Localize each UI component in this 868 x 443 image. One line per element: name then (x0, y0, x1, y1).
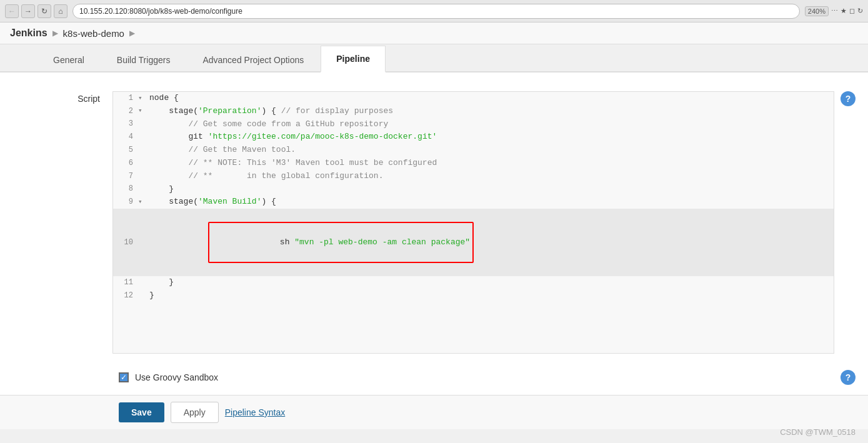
groovy-sandbox-help-icon[interactable]: ? (834, 370, 856, 385)
bookmark-star[interactable]: ★ (841, 7, 847, 15)
line-num-4: 4 (113, 131, 138, 143)
groovy-sandbox-checkbox[interactable]: ✓ (119, 372, 129, 382)
groovy-sandbox-section: ✓ Use Groovy Sandbox ? (0, 360, 868, 395)
tab-general[interactable]: General (37, 47, 100, 72)
tab-pipeline[interactable]: Pipeline (321, 46, 386, 72)
line-code-1: node { (148, 92, 834, 105)
line-code-6: // ** NOTE: This 'M3' Maven tool must be… (148, 157, 834, 170)
script-section: Script 1 ▾ node { 2 ▾ stage('Preparation… (0, 85, 868, 360)
checkbox-checkmark: ✓ (121, 373, 127, 382)
pipeline-syntax-link[interactable]: Pipeline Syntax (225, 407, 286, 417)
code-line-12: 12 } (113, 289, 834, 302)
line-arrow-2: ▾ (138, 106, 148, 117)
line-code-9: stage('Maven Build') { (148, 196, 834, 209)
code-line-9: 9 ▾ stage('Maven Build') { (113, 196, 834, 209)
code-line-6: 6 // ** NOTE: This 'M3' Maven tool must … (113, 157, 834, 170)
line-num-12: 12 (113, 290, 138, 302)
line-num-5: 5 (113, 144, 138, 156)
apply-button[interactable]: Apply (171, 402, 219, 423)
breadcrumb-sep-2: ▶ (129, 29, 135, 37)
highlighted-code-box: sh "mvn -pl web-demo -am clean package" (208, 222, 474, 263)
line-num-1: 1 (113, 92, 138, 104)
tabs-container: General Build Triggers Advanced Project … (0, 44, 868, 72)
code-line-2: 2 ▾ stage('Preparation') { // for displa… (113, 105, 834, 118)
bottom-bar: Save Apply Pipeline Syntax (0, 395, 868, 429)
code-line-7: 7 // ** in the global configuration. (113, 170, 834, 183)
main-content: Script 1 ▾ node { 2 ▾ stage('Preparation… (0, 72, 868, 429)
line-code-11: } (148, 276, 834, 289)
groovy-sandbox-label: Use Groovy Sandbox (135, 372, 218, 382)
line-code-8: } (148, 183, 834, 196)
back-button[interactable]: ← (5, 4, 19, 18)
address-bar[interactable]: 10.155.20.120:8080/job/k8s-web-demo/conf… (72, 4, 800, 19)
line-code-7: // ** in the global configuration. (148, 170, 834, 183)
more-button[interactable]: ⋯ (831, 7, 838, 15)
editor-outer: 1 ▾ node { 2 ▾ stage('Preparation') { //… (112, 91, 856, 354)
browser-nav-buttons: ← → ↻ ⌂ (5, 4, 67, 18)
save-button[interactable]: Save (119, 402, 164, 422)
code-line-5: 5 // Get the Maven tool. (113, 144, 834, 157)
line-code-3: // Get some code from a GitHub repositor… (148, 118, 834, 131)
code-line-4: 4 git 'https://gitee.com/pa/mooc-k8s-dem… (113, 131, 834, 144)
code-editor[interactable]: 1 ▾ node { 2 ▾ stage('Preparation') { //… (112, 91, 834, 354)
line-arrow-1: ▾ (138, 93, 148, 104)
line-code-4: git 'https://gitee.com/pa/mooc-k8s-demo-… (148, 131, 834, 144)
line-code-10: sh "mvn -pl web-demo -am clean package" (148, 209, 834, 276)
back-history[interactable]: ↻ (857, 7, 863, 15)
line-num-6: 6 (113, 157, 138, 169)
code-line-11: 11 } (113, 276, 834, 289)
line-num-11: 11 (113, 277, 138, 289)
refresh-button[interactable]: ↻ (37, 4, 51, 18)
url-text: 10.155.20.120:8080/job/k8s-web-demo/conf… (79, 7, 242, 16)
browser-chrome: ← → ↻ ⌂ 10.155.20.120:8080/job/k8s-web-d… (0, 0, 868, 22)
line-num-8: 8 (113, 183, 138, 195)
line-num-2: 2 (113, 106, 138, 117)
line-num-9: 9 (113, 196, 138, 208)
script-label: Script (12, 91, 112, 104)
code-line-3: 3 // Get some code from a GitHub reposit… (113, 118, 834, 131)
code-line-8: 8 } (113, 183, 834, 196)
jenkins-logo[interactable]: Jenkins (10, 27, 47, 39)
script-help-icon[interactable]: ? (841, 91, 856, 106)
line-num-7: 7 (113, 171, 138, 182)
line-arrow-9: ▾ (138, 197, 148, 208)
breadcrumb-project[interactable]: k8s-web-demo (63, 28, 124, 39)
tab-build-triggers[interactable]: Build Triggers (101, 47, 186, 72)
sidebar-button[interactable]: ◻ (849, 7, 855, 15)
browser-actions: 240% ⋯ ★ ◻ ↻ (805, 6, 863, 16)
line-num-3: 3 (113, 118, 138, 130)
forward-button[interactable]: → (21, 4, 35, 18)
zoom-level: 240% (805, 6, 829, 16)
watermark: CSDN @TWM_0518 (780, 427, 856, 429)
line-num-10: 10 (113, 237, 138, 249)
code-line-10: 10 sh "mvn -pl web-demo -am clean packag… (113, 209, 834, 276)
line-code-12: } (148, 289, 834, 302)
code-line-1: 1 ▾ node { (113, 92, 834, 105)
line-code-5: // Get the Maven tool. (148, 144, 834, 157)
tab-advanced-project-options[interactable]: Advanced Project Options (187, 47, 319, 72)
jenkins-header: Jenkins ▶ k8s-web-demo ▶ (0, 22, 868, 44)
home-button[interactable]: ⌂ (54, 4, 67, 18)
line-code-2: stage('Preparation') { // for display pu… (148, 105, 834, 118)
groovy-help-icon-circle: ? (841, 370, 856, 385)
breadcrumb-sep-1: ▶ (52, 29, 58, 37)
